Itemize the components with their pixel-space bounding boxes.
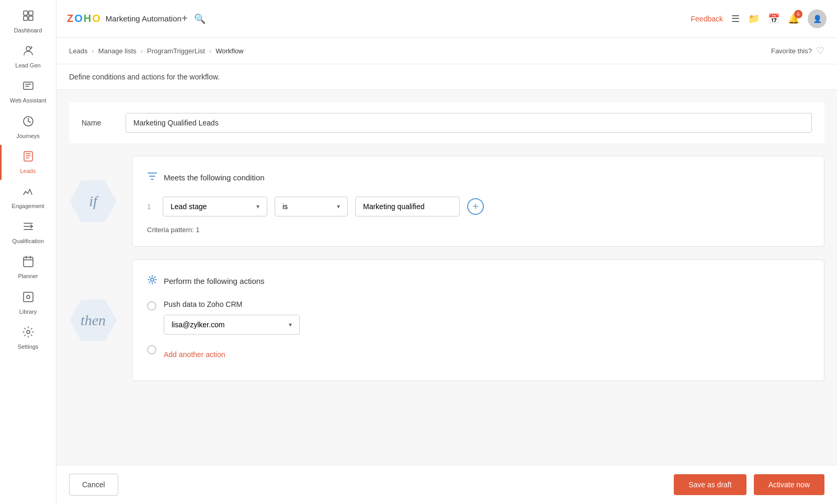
name-label: Name xyxy=(82,119,113,127)
activate-button[interactable]: Activate now xyxy=(754,474,824,495)
avatar[interactable]: 👤 xyxy=(808,9,827,28)
heart-icon[interactable]: ♡ xyxy=(816,45,824,56)
filter-icon xyxy=(147,171,157,184)
sidebar-item-qualification[interactable]: Qualification xyxy=(0,215,56,250)
condition-num: 1 xyxy=(147,202,155,211)
add-condition-button[interactable]: + xyxy=(467,198,484,215)
if-label: if xyxy=(89,193,97,210)
breadcrumb-current: Workflow xyxy=(216,47,243,55)
sidebar-item-leads[interactable]: Leads xyxy=(0,145,56,180)
criteria-pattern: Criteria pattern: 1 xyxy=(147,226,809,234)
svg-rect-9 xyxy=(24,292,33,302)
content-area: Leads › Manage lists › ProgramTriggerLis… xyxy=(56,38,837,465)
list-icon[interactable]: ☰ xyxy=(731,13,740,25)
svg-point-4 xyxy=(26,47,30,51)
sidebar-item-web-assistant[interactable]: Web Assistant xyxy=(0,74,56,109)
feedback-link[interactable]: Feedback xyxy=(691,15,723,23)
add-action-link[interactable]: Add another action xyxy=(164,350,225,359)
action-dot xyxy=(147,301,156,311)
condition-title: Meets the following condition xyxy=(164,173,265,182)
breadcrumb-manage-lists[interactable]: Manage lists xyxy=(98,47,137,55)
logo-h: H xyxy=(84,13,91,25)
condition-header: Meets the following condition xyxy=(147,171,809,184)
svg-point-11 xyxy=(27,330,30,334)
sidebar-label-settings: Settings xyxy=(18,343,39,350)
logo-z: Z xyxy=(67,13,73,25)
action-block: Perform the following actions Push data … xyxy=(132,259,824,381)
sidebar-label-leads: Leads xyxy=(20,168,36,175)
field-chevron-icon: ▾ xyxy=(256,203,259,210)
sidebar-item-lead-gen[interactable]: Lead Gen xyxy=(0,39,56,74)
app-title: Marketing Automation xyxy=(106,14,182,23)
logo-o2: O xyxy=(92,13,100,25)
sidebar-label-library: Library xyxy=(19,308,37,315)
sidebar-item-dashboard[interactable]: Dashboard xyxy=(0,4,56,39)
calendar-icon[interactable]: 📅 xyxy=(768,13,779,25)
svg-rect-7 xyxy=(24,152,32,161)
library-icon xyxy=(22,291,35,306)
sidebar-label-web-assistant: Web Assistant xyxy=(10,97,47,104)
sidebar-item-library[interactable]: Library xyxy=(0,285,56,320)
breadcrumb-leads[interactable]: Leads xyxy=(69,47,87,55)
breadcrumb-sep-2: › xyxy=(141,47,143,55)
field-dropdown[interactable]: Lead stage ▾ xyxy=(163,197,267,216)
breadcrumb-sep-3: › xyxy=(209,47,211,55)
svg-rect-1 xyxy=(29,11,33,15)
operator-dropdown[interactable]: is ▾ xyxy=(275,197,348,216)
push-crm-item: Push data to Zoho CRM lisa@zylker.com ▾ xyxy=(147,300,809,335)
action-header: Perform the following actions xyxy=(147,274,809,288)
sidebar-item-journeys[interactable]: Journeys xyxy=(0,110,56,145)
svg-point-12 xyxy=(151,278,154,281)
push-crm-content: Push data to Zoho CRM lisa@zylker.com ▾ xyxy=(164,300,300,335)
name-row: Name xyxy=(69,102,824,143)
qualification-icon xyxy=(22,220,35,236)
leads-icon xyxy=(22,150,35,166)
condition-inner: Meets the following condition 1 Lead sta… xyxy=(147,171,809,234)
sidebar-item-planner[interactable]: Planner xyxy=(0,250,56,285)
sidebar-item-engagement[interactable]: Engagement xyxy=(0,180,56,215)
gear-icon xyxy=(147,274,157,288)
logo: Z O H O Marketing Automation xyxy=(67,13,182,25)
favorite-area[interactable]: Favorite this? ♡ xyxy=(771,45,824,56)
sidebar-label-dashboard: Dashboard xyxy=(14,27,42,34)
svg-rect-8 xyxy=(24,257,33,267)
logo-o1: O xyxy=(74,13,83,25)
footer-right: Save as draft Activate now xyxy=(674,474,824,495)
condition-row: 1 Lead stage ▾ is ▾ Marketing qualified xyxy=(147,197,809,216)
operator-dropdown-value: is xyxy=(282,202,288,211)
page-desc-text: Define conditions and actions for the wo… xyxy=(69,73,220,81)
zoho-logo: Z O H O xyxy=(67,13,100,25)
crm-email-value: lisa@zylker.com xyxy=(172,320,224,329)
journeys-icon xyxy=(22,115,35,131)
workflow-name-input[interactable] xyxy=(126,113,812,133)
add-button[interactable]: + xyxy=(182,13,188,25)
crm-email-dropdown[interactable]: lisa@zylker.com ▾ xyxy=(164,315,300,335)
crm-dropdown-wrap: lisa@zylker.com ▾ xyxy=(164,315,300,335)
web-assistant-icon xyxy=(22,79,35,95)
condition-block: Meets the following condition 1 Lead sta… xyxy=(132,156,824,247)
workflow-content: Name if Meets the follo xyxy=(56,90,837,394)
sidebar-label-qualification: Qualification xyxy=(12,238,44,245)
search-icon[interactable]: 🔍 xyxy=(194,13,206,25)
sidebar: Dashboard Lead Gen Web Assistant Journey… xyxy=(0,0,56,504)
footer-bar: Cancel Save as draft Activate now xyxy=(56,465,837,504)
sidebar-label-engagement: Engagement xyxy=(12,203,44,210)
add-action-label: Add another action xyxy=(164,350,225,359)
sidebar-item-settings[interactable]: Settings xyxy=(0,320,56,356)
sidebar-label-lead-gen: Lead Gen xyxy=(15,62,40,69)
folder-icon[interactable]: 📁 xyxy=(748,13,760,25)
favorite-label: Favorite this? xyxy=(771,47,812,55)
notification-icon[interactable]: 🔔 6 xyxy=(788,13,799,25)
action-inner: Perform the following actions Push data … xyxy=(147,274,809,368)
cancel-button[interactable]: Cancel xyxy=(69,474,118,496)
svg-rect-3 xyxy=(29,16,33,20)
page-description: Define conditions and actions for the wo… xyxy=(56,64,837,90)
planner-icon xyxy=(22,255,35,271)
breadcrumb-program-trigger[interactable]: ProgramTriggerList xyxy=(147,47,205,55)
value-field[interactable]: Marketing qualified xyxy=(355,197,460,216)
topbar: Z O H O Marketing Automation + 🔍 Feedbac… xyxy=(56,0,837,38)
breadcrumb-sep-1: › xyxy=(92,47,94,55)
svg-rect-2 xyxy=(24,16,28,20)
save-draft-button[interactable]: Save as draft xyxy=(674,474,746,495)
breadcrumb-bar: Leads › Manage lists › ProgramTriggerLis… xyxy=(56,38,837,64)
